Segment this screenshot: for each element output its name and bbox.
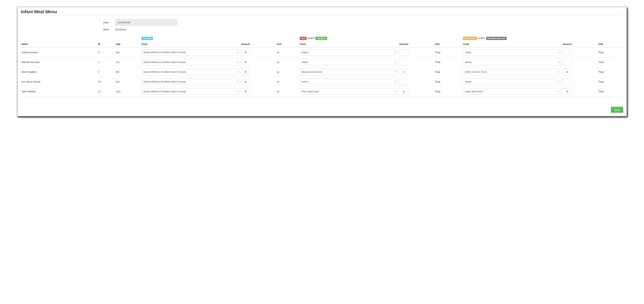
cm-amount-input[interactable] xyxy=(562,79,572,85)
fv-amount-input[interactable] xyxy=(399,88,408,95)
id-cell: 2 xyxy=(97,67,115,77)
cm-food-select[interactable]: Select xyxy=(463,79,561,85)
unit-tbsp: Tbsp xyxy=(598,67,623,77)
unit-tbsp: Tbsp xyxy=(598,87,623,96)
age-cell: 4m xyxy=(115,47,141,57)
unit-oz: oz xyxy=(276,57,299,67)
fv-food-select[interactable]: Pear infant food xyxy=(300,88,398,95)
fluid-milk-badge: Fluid Milk xyxy=(142,37,153,40)
milk-amount-input[interactable] xyxy=(241,79,250,85)
page-title: Infant Meal Menu xyxy=(21,9,623,14)
name-cell: Leo Jason Garcia xyxy=(21,77,97,87)
name-cell: Catrina Gordon xyxy=(21,47,97,57)
cm-food-select[interactable]: Select xyxy=(463,59,561,65)
cm-food-select[interactable]: Infant Beef Food xyxy=(463,88,561,95)
andor-text: and/or xyxy=(478,37,485,39)
unit-tbsp: Tbsp xyxy=(598,47,623,57)
divider xyxy=(21,15,623,16)
fv-amount-input[interactable] xyxy=(399,79,408,85)
milk-food-select[interactable]: Breast Milk/Iron-Fortified Infant Formul… xyxy=(142,69,240,75)
id-cell: 4 xyxy=(97,57,115,67)
age-cell: 11m xyxy=(115,87,141,96)
cm-amount-input[interactable] xyxy=(562,69,572,75)
cm-food-select[interactable]: Select xyxy=(463,49,561,55)
info-block: Date Meal Breakfast xyxy=(21,19,623,31)
cm-amount-input[interactable] xyxy=(562,49,572,55)
col-unit: Unit xyxy=(434,41,462,47)
fv-food-select[interactable]: Select xyxy=(300,59,398,65)
unit-tbsp: Tbsp xyxy=(598,57,623,67)
col-unit: Unit xyxy=(276,41,299,47)
unit-tbsp: Tbsp xyxy=(598,77,623,87)
col-id: ID xyxy=(97,41,115,47)
unit-oz: oz xyxy=(276,67,299,77)
unit-oz: oz xyxy=(276,47,299,57)
col-amount: Amount xyxy=(240,41,276,47)
meal-value: Breakfast xyxy=(115,28,126,31)
id-cell: 11 xyxy=(97,87,115,96)
meal-table: Fluid Milk Fruit and/or Vegetable Infant… xyxy=(21,36,623,96)
unit-oz: oz xyxy=(276,77,299,87)
milk-amount-input[interactable] xyxy=(241,59,250,65)
unit-oz: oz xyxy=(276,87,299,96)
milk-amount-input[interactable] xyxy=(241,49,250,55)
milk-food-select[interactable]: Breast Milk/Iron-Fortified Infant Formul… xyxy=(142,79,240,85)
cm-amount-input[interactable] xyxy=(562,59,572,65)
id-cell: 6 xyxy=(97,47,115,57)
col-amount: Amount xyxy=(562,41,598,47)
col-name: Name xyxy=(21,41,97,47)
unit-tbsp: Tbsp xyxy=(434,87,462,96)
meal-label: Meal xyxy=(21,28,115,31)
col-food: Food xyxy=(299,41,398,47)
fv-food-select[interactable]: Select xyxy=(300,79,398,85)
col-amount: Amount xyxy=(398,41,434,47)
unit-tbsp: Tbsp xyxy=(434,57,462,67)
name-cell: Tyler Holland xyxy=(21,87,97,96)
col-food: Food xyxy=(141,41,240,47)
milk-food-select[interactable]: Breast Milk/Iron-Fortified Infant Formul… xyxy=(142,88,240,95)
col-food: Food xyxy=(462,41,562,47)
milk-food-select[interactable]: Breast Milk/Iron-Fortified Infant Formul… xyxy=(142,49,240,55)
unit-tbsp: Tbsp xyxy=(434,47,462,57)
meat-alternate-badge: Meat/Meat Alternate xyxy=(486,37,507,40)
andor-text: and/or xyxy=(308,37,314,39)
meal-menu-panel: Infant Meal Menu Date Meal Breakfast xyxy=(17,7,627,116)
cm-amount-input[interactable] xyxy=(562,88,572,95)
col-unit: Unit xyxy=(598,41,623,47)
age-cell: 9m xyxy=(115,67,141,77)
milk-amount-input[interactable] xyxy=(241,88,250,95)
fv-food-select[interactable]: Banana infant food xyxy=(300,69,398,75)
fv-food-select[interactable]: Select xyxy=(300,49,398,55)
fv-amount-input[interactable] xyxy=(399,69,408,75)
unit-tbsp: Tbsp xyxy=(434,77,462,87)
fv-amount-input[interactable] xyxy=(399,49,408,55)
fruit-badge: Fruit xyxy=(300,37,306,40)
age-cell: 5m xyxy=(115,77,141,87)
date-label: Date xyxy=(21,21,115,24)
fv-amount-input[interactable] xyxy=(399,59,408,65)
table-row: Tyler Holland 11 11m Breast Milk/Iron-Fo… xyxy=(21,87,623,96)
vegetable-badge: Vegetable xyxy=(316,37,327,40)
name-cell: Hannah Guzman xyxy=(21,57,97,67)
table-row: Hannah Guzman 4 1m Breast Milk/Iron-Fort… xyxy=(21,57,623,67)
table-row: Catrina Gordon 6 4m Breast Milk/Iron-For… xyxy=(21,47,623,57)
unit-tbsp: Tbsp xyxy=(434,67,462,77)
age-cell: 1m xyxy=(115,57,141,67)
id-cell: 15 xyxy=(97,77,115,87)
milk-amount-input[interactable] xyxy=(241,69,250,75)
col-age: Age xyxy=(115,41,141,47)
name-cell: Kevin Hughes xyxy=(21,67,97,77)
infant-cereal-badge: Infant Cereal xyxy=(463,37,477,40)
cm-food-select[interactable]: Infant Chicken Food xyxy=(463,69,561,75)
table-row: Leo Jason Garcia 15 5m Breast Milk/Iron-… xyxy=(21,77,623,87)
table-row: Kevin Hughes 2 9m Breast Milk/Iron-Forti… xyxy=(21,67,623,77)
milk-food-select[interactable]: Breast Milk/Iron-Fortified Infant Formul… xyxy=(142,59,240,65)
date-input[interactable] xyxy=(115,19,177,25)
save-button[interactable]: Save xyxy=(611,107,623,113)
